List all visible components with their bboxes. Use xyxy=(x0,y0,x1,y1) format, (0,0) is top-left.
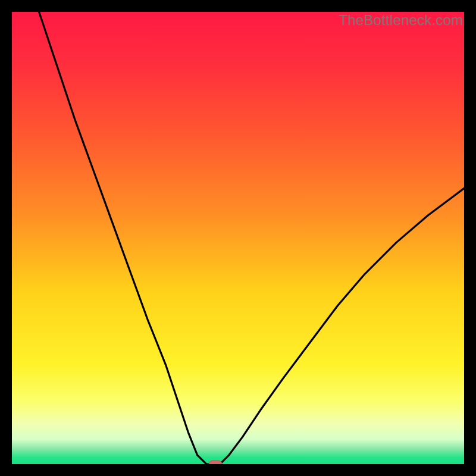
gradient-background xyxy=(12,12,464,464)
watermark-text: TheBottleneck.com xyxy=(339,12,463,29)
chart-svg xyxy=(12,12,464,464)
chart-frame: TheBottleneck.com xyxy=(12,12,464,464)
min-marker xyxy=(209,461,222,464)
